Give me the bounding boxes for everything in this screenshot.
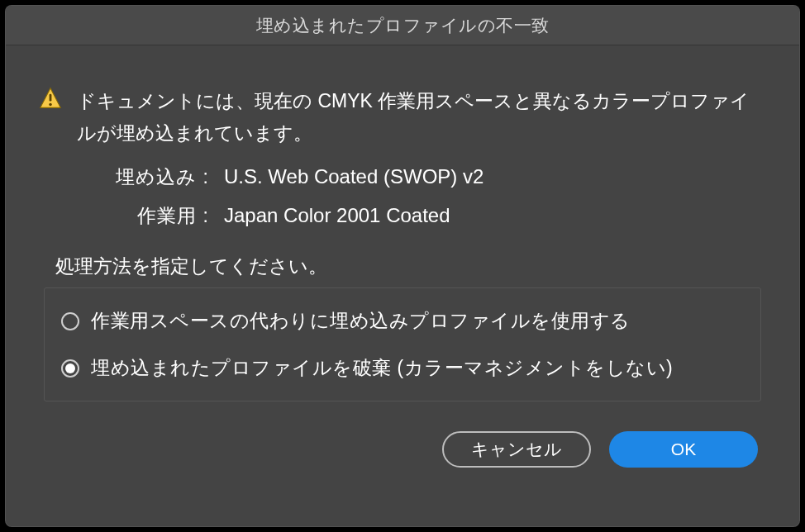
instruction-text: 処理方法を指定してください。 <box>55 254 766 279</box>
dialog-message: ドキュメントには、現在の CMYK 作業用スペースと異なるカラープロファイルが埋… <box>77 85 766 150</box>
profile-info: 埋め込み : U.S. Web Coated (SWOP) v2 作業用 : J… <box>77 164 766 229</box>
dialog-content: ドキュメントには、現在の CMYK 作業用スペースと異なるカラープロファイルが埋… <box>6 45 799 526</box>
dialog-buttons: キャンセル OK <box>39 431 766 468</box>
radio-use-embedded-label: 作業用スペースの代わりに埋め込みプロファイルを使用する <box>91 308 631 334</box>
svg-rect-1 <box>50 94 52 102</box>
svg-point-2 <box>49 103 52 107</box>
working-profile-row: 作業用 : Japan Color 2001 Coated <box>77 203 766 229</box>
options-group: 作業用スペースの代わりに埋め込みプロファイルを使用する 埋め込まれたプロファイル… <box>44 287 761 401</box>
working-value: Japan Color 2001 Coated <box>224 204 450 227</box>
cancel-button[interactable]: キャンセル <box>442 431 591 468</box>
radio-discard[interactable]: 埋め込まれたプロファイルを破棄 (カラーマネジメントをしない) <box>61 355 744 381</box>
radio-selected-dot-icon <box>65 363 75 373</box>
radio-icon <box>61 359 79 378</box>
embedded-label: 埋め込み : <box>77 164 209 190</box>
ok-button[interactable]: OK <box>609 431 758 468</box>
dialog-title: 埋め込まれたプロファイルの不一致 <box>256 14 550 37</box>
dialog-titlebar: 埋め込まれたプロファイルの不一致 <box>6 6 799 45</box>
embedded-profile-row: 埋め込み : U.S. Web Coated (SWOP) v2 <box>77 164 766 190</box>
working-label: 作業用 : <box>77 203 209 229</box>
message-row: ドキュメントには、現在の CMYK 作業用スペースと異なるカラープロファイルが埋… <box>39 85 766 150</box>
profile-mismatch-dialog: 埋め込まれたプロファイルの不一致 ドキュメントには、現在の CMYK 作業用スペ… <box>5 5 800 527</box>
warning-icon <box>39 87 62 110</box>
radio-icon <box>61 312 79 330</box>
embedded-value: U.S. Web Coated (SWOP) v2 <box>224 165 483 188</box>
radio-use-embedded[interactable]: 作業用スペースの代わりに埋め込みプロファイルを使用する <box>61 308 744 334</box>
radio-discard-label: 埋め込まれたプロファイルを破棄 (カラーマネジメントをしない) <box>91 355 673 381</box>
